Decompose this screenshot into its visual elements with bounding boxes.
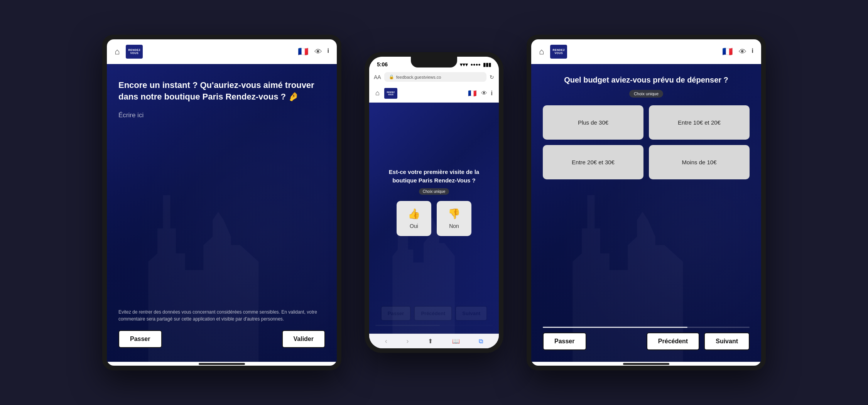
- thumbs-down-icon: 👎: [448, 208, 460, 220]
- language-flag[interactable]: 🇫🇷: [468, 89, 476, 98]
- footer-buttons: Passer Valider: [118, 330, 325, 354]
- info-icon[interactable]: i: [752, 47, 753, 56]
- home-indicator-bar: [107, 362, 337, 366]
- language-flag[interactable]: 🇫🇷: [722, 47, 733, 57]
- home-indicator-bar: [531, 362, 761, 366]
- logo-box: RENDEZ VOUS: [126, 45, 143, 59]
- safari-toolbar: ‹ › ⬆ 📖 ⧉: [369, 334, 499, 348]
- language-flag[interactable]: 🇫🇷: [298, 47, 308, 57]
- disclaimer-text: Evitez de rentrer des données vous conce…: [118, 309, 325, 322]
- option-non-label: Non: [449, 223, 459, 229]
- tablet-right-main: Quel budget aviez-vous prévu de dépenser…: [531, 64, 761, 362]
- valider-button[interactable]: Valider: [282, 330, 325, 348]
- option-moins-10[interactable]: Moins de 10€: [649, 145, 750, 179]
- thumbs-up-icon: 👍: [408, 208, 420, 220]
- phone-notch: [411, 57, 457, 68]
- option-oui-label: Oui: [410, 223, 418, 229]
- home-icon[interactable]: ⌂: [115, 47, 120, 57]
- option-plus-30[interactable]: Plus de 30€: [543, 105, 643, 140]
- eye-icon[interactable]: 👁: [739, 47, 746, 56]
- home-icon[interactable]: ⌂: [375, 89, 380, 97]
- info-icon[interactable]: i: [328, 47, 329, 56]
- passer-button[interactable]: Passer: [543, 332, 586, 350]
- progress-fill: [543, 327, 687, 328]
- tablet-left-header: ⌂ RENDEZ VOUS 🇫🇷 👁 i: [107, 39, 337, 64]
- lock-icon: 🔒: [389, 74, 394, 79]
- share-icon[interactable]: ⬆: [428, 338, 433, 345]
- phone-center: 5:06 ▾▾▾ ●●●● ▮▮▮ AA 🔒 feedback.guestvie…: [365, 52, 503, 353]
- option-oui[interactable]: 👍 Oui: [397, 201, 431, 236]
- options-row: 👍 Oui 👎 Non: [397, 201, 471, 236]
- home-indicator: [623, 363, 669, 365]
- home-indicator: [199, 363, 245, 365]
- write-hint[interactable]: Écrire ici: [118, 111, 325, 119]
- tablet-right-content: Quel budget aviez-vous prévu de dépenser…: [531, 64, 761, 362]
- url-field[interactable]: 🔒 feedback.guestviews.co: [384, 72, 486, 82]
- eye-icon[interactable]: 👁: [314, 47, 322, 56]
- reload-icon[interactable]: ↻: [490, 74, 494, 80]
- tablet-right-footer: Passer Précédent Suivant: [543, 332, 750, 354]
- tablet-right-header: ⌂ RENDEZ VOUS 🇫🇷 👁 i: [531, 39, 761, 64]
- tablet-right: ⌂ RENDEZ VOUS 🇫🇷 👁 i Quel budget aviez-v…: [527, 35, 766, 370]
- bookmarks-icon[interactable]: 📖: [452, 338, 460, 345]
- back-nav[interactable]: AA: [374, 74, 381, 80]
- back-button[interactable]: ‹: [385, 337, 387, 345]
- logo-box: RENDEZ VOUS: [384, 88, 397, 99]
- info-icon[interactable]: i: [491, 90, 493, 97]
- suivant-button[interactable]: Suivant: [704, 332, 750, 350]
- passer-button[interactable]: Passer: [118, 330, 162, 348]
- budget-question: Quel budget aviez-vous prévu de dépenser…: [543, 76, 750, 84]
- option-10-20[interactable]: Entre 10€ et 20€: [649, 105, 750, 140]
- status-time: 5:06: [377, 61, 388, 68]
- wifi-icon: ▾▾▾: [460, 62, 468, 68]
- choix-unique-badge: Choix unique: [629, 90, 663, 98]
- logo-box: RENDEZ VOUS: [550, 45, 567, 59]
- option-20-30[interactable]: Entre 20€ et 30€: [543, 145, 643, 179]
- precedent-button[interactable]: Précédent: [647, 332, 699, 350]
- eye-icon[interactable]: 👁: [481, 90, 487, 97]
- phone-app-header: ⌂ RENDEZ VOUS 🇫🇷 👁 i: [369, 84, 499, 103]
- tablet-left-content: Encore un instant ? Qu'auriez-vous aimé …: [107, 64, 337, 362]
- phone-content: Est-ce votre première visite de la bouti…: [369, 103, 499, 334]
- tabs-icon[interactable]: ⧉: [479, 338, 483, 345]
- tablet-left: ⌂ RENDEZ VOUS 🇫🇷 👁 i Encore un instant ?…: [102, 35, 341, 370]
- progress-bar: [543, 327, 750, 328]
- question-title: Encore un instant ? Qu'auriez-vous aimé …: [118, 79, 325, 102]
- phone-main-content: Est-ce votre première visite de la bouti…: [369, 103, 499, 301]
- battery-icon: ▮▮▮: [483, 62, 491, 68]
- budget-options-grid: Plus de 30€ Entre 10€ et 20€ Entre 20€ e…: [543, 105, 750, 179]
- forward-button[interactable]: ›: [406, 337, 409, 345]
- choix-unique-badge: Choix unique: [419, 188, 449, 195]
- home-icon[interactable]: ⌂: [539, 47, 544, 57]
- option-non[interactable]: 👎 Non: [437, 201, 471, 236]
- signal-icon: ●●●●: [470, 62, 481, 67]
- url-bar: AA 🔒 feedback.guestviews.co ↻: [369, 70, 499, 84]
- phone-question: Est-ce votre première visite de la bouti…: [377, 168, 491, 185]
